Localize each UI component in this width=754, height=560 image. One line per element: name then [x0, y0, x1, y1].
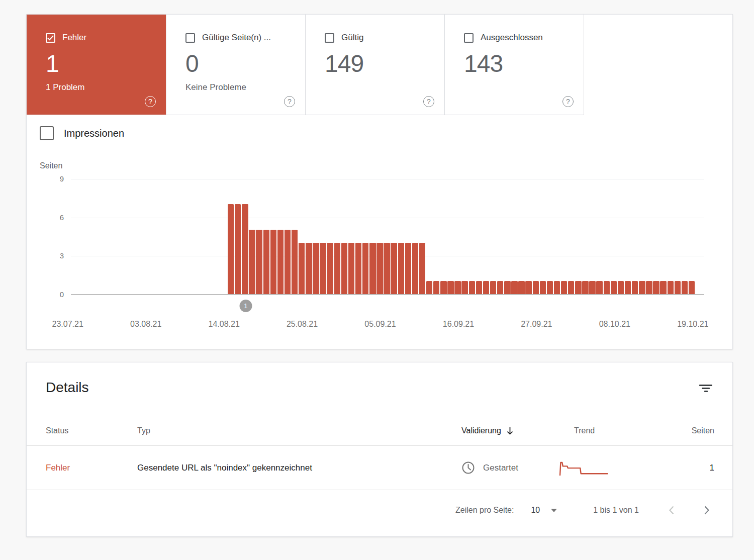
rows-per-page-select[interactable]: 10: [531, 506, 557, 515]
chart-bar[interactable]: [582, 281, 588, 294]
help-icon[interactable]: ?: [423, 96, 434, 107]
chart-bar[interactable]: [653, 281, 659, 294]
chart-bar[interactable]: [511, 281, 517, 294]
y-axis-tick-label: 6: [43, 213, 64, 222]
row-type: Gesendete URL als "noindex" gekennzeichn…: [137, 463, 461, 473]
chart-bar[interactable]: [440, 281, 446, 294]
chart-bar[interactable]: [611, 281, 617, 294]
chart-bar[interactable]: [554, 281, 560, 294]
card-label: Gültig: [341, 33, 363, 43]
gueltige-seiten-checkbox[interactable]: [185, 33, 195, 43]
chart-bar[interactable]: [675, 281, 681, 294]
status-card-ausgeschlossen[interactable]: Ausgeschlossen 143 ?: [445, 15, 584, 115]
chart-bar[interactable]: [249, 230, 255, 294]
chart-bar[interactable]: [504, 281, 510, 294]
help-icon[interactable]: ?: [562, 96, 574, 107]
chart-bar[interactable]: [461, 281, 467, 294]
impressions-checkbox[interactable]: [40, 126, 54, 140]
chart-bar[interactable]: [270, 230, 276, 294]
search-console-coverage-page: Fehler 1 1 Problem ? Gültige Seite(n) ..…: [0, 0, 754, 560]
chart-bar[interactable]: [362, 243, 368, 294]
chart-bar[interactable]: [299, 243, 305, 294]
status-card-gueltig[interactable]: Gültig 149 ?: [306, 15, 445, 115]
chart-bar[interactable]: [235, 204, 241, 294]
chart-bar[interactable]: [320, 243, 326, 294]
chart-bar[interactable]: [341, 243, 347, 294]
chart-bar[interactable]: [228, 204, 234, 294]
chart-bar[interactable]: [469, 281, 475, 294]
chart-bar[interactable]: [454, 281, 460, 294]
chart-bar[interactable]: [575, 281, 581, 294]
chart-bar[interactable]: [682, 281, 688, 294]
chart-bar[interactable]: [419, 243, 425, 294]
table-row[interactable]: Fehler Gesendete URL als "noindex" geken…: [27, 446, 732, 490]
ausgeschlossen-checkbox[interactable]: [464, 33, 474, 43]
chart-annotation-marker[interactable]: 1: [239, 300, 252, 312]
chart-bar[interactable]: [483, 281, 489, 294]
chart-bar[interactable]: [384, 243, 390, 294]
gridline: [71, 218, 704, 218]
chart-bar[interactable]: [618, 281, 624, 294]
chart-bar[interactable]: [639, 281, 645, 294]
chart-bar[interactable]: [540, 281, 546, 294]
card-label: Fehler: [62, 33, 86, 43]
next-page-button[interactable]: [704, 505, 710, 515]
chart-bar[interactable]: [256, 230, 262, 294]
chart-bar[interactable]: [497, 281, 503, 294]
column-header-trend[interactable]: Trend: [574, 426, 670, 435]
chart-bar[interactable]: [369, 243, 375, 294]
column-header-status[interactable]: Status: [46, 426, 137, 435]
card-subtitle: 1 Problem: [46, 82, 156, 92]
impressions-toggle[interactable]: Impressionen: [40, 126, 124, 140]
gueltig-checkbox[interactable]: [325, 33, 334, 43]
chart-bar[interactable]: [426, 281, 432, 294]
chart-bar[interactable]: [547, 281, 553, 294]
chart-bar[interactable]: [306, 243, 312, 294]
chart-bar[interactable]: [292, 230, 298, 294]
column-header-seiten[interactable]: Seiten: [670, 426, 714, 435]
chart-bar[interactable]: [277, 230, 284, 294]
chart-bar[interactable]: [476, 281, 482, 294]
help-icon[interactable]: ?: [145, 96, 156, 107]
chart-bar[interactable]: [518, 281, 524, 294]
chart-bar[interactable]: [533, 281, 539, 294]
chart-bar[interactable]: [433, 281, 439, 294]
status-card-fehler[interactable]: Fehler 1 1 Problem ?: [27, 15, 166, 115]
chart-bar[interactable]: [604, 281, 610, 294]
chart-bar[interactable]: [412, 243, 418, 294]
chart-bar[interactable]: [327, 243, 333, 294]
filter-icon[interactable]: [699, 380, 712, 392]
column-header-validierung[interactable]: Validierung: [461, 426, 574, 435]
status-card-gueltige-seiten[interactable]: Gültige Seite(n) ... 0 Keine Probleme ?: [166, 15, 306, 115]
chart-bar[interactable]: [490, 281, 496, 294]
column-header-typ[interactable]: Typ: [137, 426, 461, 435]
chart-bar[interactable]: [660, 281, 666, 294]
chart-bar[interactable]: [398, 243, 404, 294]
chart-bar[interactable]: [646, 281, 652, 294]
chart-bar[interactable]: [589, 281, 595, 294]
row-trend: [574, 459, 670, 477]
chart-bar[interactable]: [568, 281, 574, 294]
help-icon[interactable]: ?: [284, 96, 295, 107]
chart-bar[interactable]: [405, 243, 411, 294]
chart-bar[interactable]: [242, 204, 248, 294]
chart-bar[interactable]: [285, 230, 291, 294]
previous-page-button[interactable]: [668, 505, 675, 515]
chart-bar[interactable]: [632, 281, 638, 294]
fehler-checkbox[interactable]: [46, 33, 55, 43]
chart-bar[interactable]: [263, 230, 269, 294]
chart-bar[interactable]: [668, 281, 674, 294]
chart-bar[interactable]: [596, 281, 602, 294]
chart-bar[interactable]: [313, 243, 319, 294]
chart-bar[interactable]: [334, 243, 340, 294]
chart-bar[interactable]: [348, 243, 354, 294]
chart-bar[interactable]: [355, 243, 361, 294]
chart-bar[interactable]: [376, 243, 383, 294]
chart-bar[interactable]: [625, 281, 631, 294]
x-axis-tick-label: 19.10.21: [677, 320, 708, 329]
chart-bar[interactable]: [447, 281, 453, 294]
chart-bar[interactable]: [391, 243, 397, 294]
chart-bar[interactable]: [525, 281, 531, 294]
chart-bar[interactable]: [689, 281, 695, 294]
chart-bar[interactable]: [561, 281, 567, 294]
